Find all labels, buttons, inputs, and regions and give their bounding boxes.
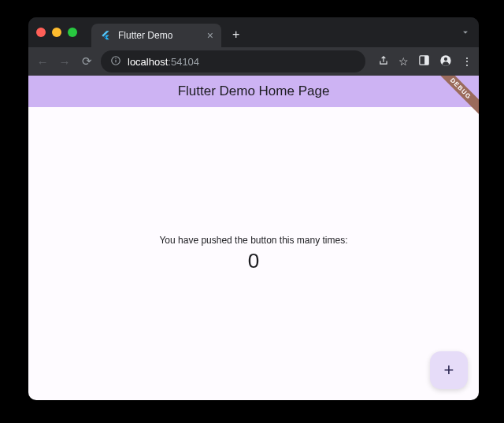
window-maximize-button[interactable] [68, 28, 77, 37]
increment-fab[interactable]: + [430, 351, 468, 389]
tab-title: Flutter Demo [118, 30, 201, 41]
browser-toolbar: ← → ⟳ localhost:54104 ☆ ⋮ [28, 47, 479, 76]
new-tab-button[interactable]: + [232, 28, 239, 42]
profile-icon[interactable] [439, 54, 452, 69]
reading-list-icon[interactable] [418, 54, 430, 69]
menu-icon[interactable]: ⋮ [461, 55, 472, 68]
app-viewport: Flutter Demo Home Page DEBUG You have pu… [28, 76, 479, 400]
tab-close-icon[interactable]: × [207, 29, 213, 42]
reload-button[interactable]: ⟳ [79, 54, 94, 69]
url-text: localhost:54104 [128, 56, 199, 68]
window-minimize-button[interactable] [52, 28, 61, 37]
plus-icon: + [444, 360, 454, 380]
window-close-button[interactable] [36, 28, 46, 37]
back-button[interactable]: ← [35, 55, 50, 69]
svg-rect-4 [424, 56, 428, 65]
counter-value: 0 [248, 249, 259, 273]
browser-tab[interactable]: Flutter Demo × [91, 24, 221, 47]
body-area: You have pushed the button this many tim… [28, 107, 479, 400]
share-icon[interactable] [378, 55, 389, 69]
app-bar: Flutter Demo Home Page [28, 76, 479, 107]
svg-rect-2 [115, 58, 116, 58]
forward-button[interactable]: → [57, 55, 72, 69]
svg-point-6 [444, 57, 447, 60]
url-port: :54104 [168, 56, 199, 68]
browser-window: Flutter Demo × + ← → ⟳ localhost:54104 ☆ [28, 17, 479, 400]
svg-rect-1 [115, 59, 116, 62]
address-bar[interactable]: localhost:54104 [101, 50, 365, 72]
site-info-icon[interactable] [110, 55, 121, 69]
tabs-dropdown-icon[interactable] [460, 27, 471, 41]
counter-caption: You have pushed the button this many tim… [159, 235, 347, 246]
traffic-lights [36, 28, 77, 37]
bookmark-star-icon[interactable]: ☆ [398, 55, 409, 68]
url-host: localhost [128, 56, 168, 68]
tab-strip: Flutter Demo × + [28, 17, 479, 47]
toolbar-right: ☆ ⋮ [378, 54, 472, 69]
flutter-icon [99, 29, 112, 42]
app-bar-title: Flutter Demo Home Page [178, 83, 330, 99]
